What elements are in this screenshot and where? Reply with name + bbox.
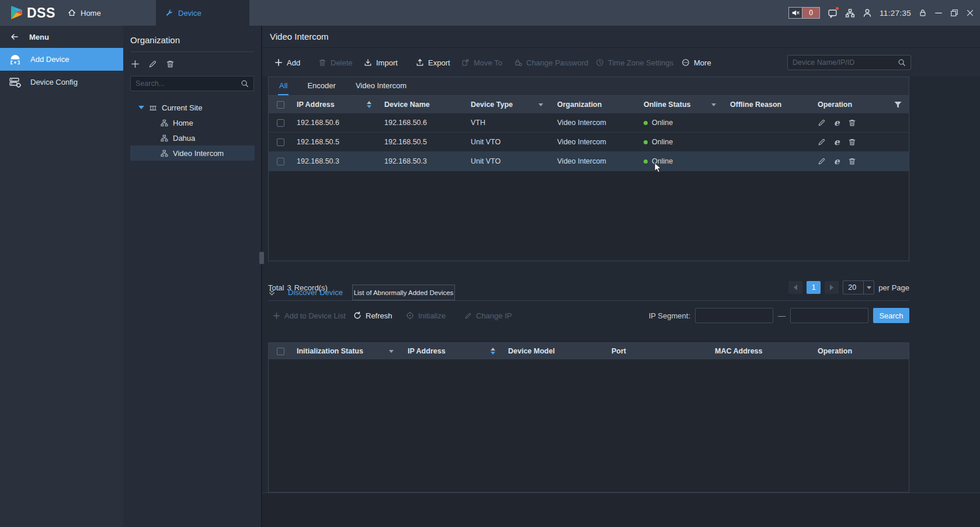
organization-search-input[interactable]	[135, 79, 237, 88]
delete-device-button[interactable]	[848, 119, 856, 127]
tab-encoder[interactable]: Encoder	[306, 77, 336, 95]
page-header: Video Intercom	[262, 26, 980, 47]
add-org-button[interactable]	[131, 60, 140, 68]
device-search-input[interactable]	[793, 58, 894, 67]
page-size-dropdown[interactable]: 20	[843, 280, 874, 294]
tree-node-current-site[interactable]: Current Site	[123, 100, 261, 115]
select-all-checkbox[interactable]	[277, 101, 284, 109]
search-icon[interactable]	[241, 79, 249, 88]
back-arrow-icon[interactable]	[10, 32, 19, 41]
menu-label: Menu	[29, 33, 49, 41]
web-login-button[interactable]: e	[834, 138, 840, 147]
ip-segment-end-input[interactable]	[790, 308, 868, 323]
message-button[interactable]	[828, 8, 837, 18]
expand-arrow-icon[interactable]	[138, 106, 144, 109]
delete-org-button[interactable]	[166, 60, 175, 68]
col-mac-address: MAC Address	[715, 347, 763, 355]
cell-organization: Video Intercom	[557, 119, 606, 127]
lock-icon[interactable]	[919, 9, 927, 17]
more-button[interactable]: More	[682, 48, 711, 77]
plus-icon	[274, 58, 283, 67]
chevron-double-down-icon	[268, 289, 276, 296]
pencil-icon	[818, 138, 826, 146]
sidebar-item-device-config[interactable]: Device Config	[0, 71, 123, 93]
cell-organization: Video Intercom	[557, 138, 606, 146]
collapse-panel-button[interactable]	[268, 285, 279, 300]
col-device-model: Device Model	[508, 347, 555, 355]
select-all-checkbox[interactable]	[277, 348, 284, 355]
web-login-button[interactable]: e	[834, 157, 840, 166]
change-password-icon	[514, 58, 522, 67]
table-row[interactable]: 192.168.50.6 192.168.50.6 VTH Video Inte…	[269, 113, 909, 133]
ip-segment-start-input[interactable]	[695, 308, 773, 323]
trash-icon	[848, 157, 856, 165]
next-arrow-icon	[830, 285, 833, 290]
move-to-button[interactable]: Move To	[461, 48, 502, 77]
tab-all[interactable]: All	[278, 77, 289, 95]
user-icon[interactable]	[863, 8, 872, 18]
mouse-cursor	[654, 162, 662, 174]
tree-node-dahua[interactable]: Dahua	[130, 130, 255, 145]
current-page-button[interactable]: 1	[807, 281, 821, 294]
notification-dot	[836, 7, 839, 10]
refresh-label: Refresh	[366, 311, 392, 320]
clock: 11:27:35	[880, 9, 911, 18]
add-button[interactable]: Add	[274, 48, 300, 77]
change-password-button[interactable]: Change Password	[514, 48, 588, 77]
row-checkbox[interactable]	[277, 119, 284, 127]
import-button[interactable]: Import	[364, 48, 398, 77]
edit-org-button[interactable]	[148, 60, 157, 68]
cell-device-type: Unit VTO	[471, 157, 501, 165]
delete-device-button[interactable]	[848, 138, 856, 146]
organization-search	[130, 76, 254, 91]
tree-node-label: Current Site	[162, 103, 202, 112]
table-row[interactable]: 192.168.50.5 192.168.50.5 Unit VTO Video…	[269, 133, 909, 152]
filter-funnel-icon[interactable]	[894, 101, 902, 109]
tree-node-home[interactable]: Home	[130, 115, 255, 130]
sidebar-item-add-device[interactable]: Add Device	[0, 48, 123, 71]
edit-device-button[interactable]	[818, 157, 826, 165]
refresh-button[interactable]: Refresh	[353, 308, 392, 323]
edit-device-button[interactable]	[818, 138, 826, 146]
delete-device-button[interactable]	[848, 157, 856, 165]
tab-abnormal-devices[interactable]: List of Abnormally Added Devices	[352, 285, 455, 300]
refresh-icon	[353, 311, 362, 320]
col-port: Port	[611, 347, 626, 355]
search-icon[interactable]	[898, 58, 906, 67]
prev-page-button[interactable]	[788, 281, 802, 294]
device-table: All Encoder Video Intercom IP Address De…	[268, 77, 909, 261]
table-row[interactable]: 192.168.50.3 192.168.50.3 Unit VTO Video…	[269, 152, 909, 171]
sort-icon[interactable]	[491, 348, 495, 355]
minimize-button[interactable]	[934, 9, 943, 17]
row-checkbox[interactable]	[277, 138, 284, 146]
ip-segment-search-button[interactable]: Search	[873, 308, 909, 323]
close-button[interactable]	[966, 9, 974, 17]
alarm-mute-control[interactable]: 0	[788, 7, 820, 19]
col-organization: Organization	[557, 100, 602, 109]
sitemap-icon[interactable]	[845, 8, 855, 18]
filter-dropdown-icon[interactable]	[389, 350, 394, 353]
tab-device[interactable]: Device	[156, 0, 249, 26]
next-page-button[interactable]	[825, 281, 839, 294]
panel-splitter-handle[interactable]	[259, 252, 264, 264]
change-ip-button[interactable]: Change IP	[464, 308, 512, 323]
chevron-down-icon	[863, 281, 874, 294]
row-checkbox[interactable]	[277, 158, 284, 165]
sort-icon[interactable]	[367, 101, 371, 108]
restore-window-button[interactable]	[950, 9, 958, 17]
filter-dropdown-icon[interactable]	[538, 103, 543, 106]
tree-node-video-intercom[interactable]: Video Intercom	[130, 145, 255, 161]
export-button[interactable]: Export	[416, 48, 450, 77]
main-content: Video Intercom Add Delete Import Export …	[262, 26, 980, 527]
time-zone-settings-button[interactable]: Time Zone Settings	[596, 48, 673, 77]
tab-video-intercom[interactable]: Video Intercom	[355, 77, 408, 95]
filter-dropdown-icon[interactable]	[711, 103, 716, 106]
web-login-button[interactable]: e	[834, 119, 840, 127]
initialize-button[interactable]: Initialize	[406, 308, 446, 323]
tab-discover-device[interactable]: Discover Device	[279, 285, 352, 300]
delete-button[interactable]: Delete	[318, 48, 353, 77]
tab-home[interactable]: Home	[58, 0, 110, 26]
tree-node-label: Video Intercom	[173, 149, 224, 158]
edit-device-button[interactable]	[818, 119, 826, 127]
add-to-device-list-button[interactable]: Add to Device List	[273, 308, 346, 323]
